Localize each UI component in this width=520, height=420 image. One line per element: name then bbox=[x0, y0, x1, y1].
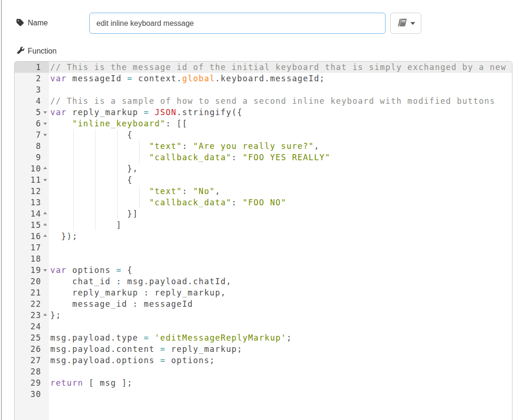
gutter-row: 11 bbox=[15, 174, 49, 186]
code-line[interactable]: return [ msg ]; bbox=[50, 377, 512, 389]
code-line[interactable] bbox=[50, 321, 512, 332]
indent-guides bbox=[52, 298, 73, 310]
code-line[interactable]: var options = { bbox=[50, 264, 512, 276]
code-line[interactable]: { bbox=[50, 174, 512, 186]
code-line[interactable]: message_id : messageId bbox=[50, 298, 512, 310]
indent-guides bbox=[52, 276, 73, 287]
fold-widget[interactable] bbox=[42, 231, 49, 242]
dialog-left-border bbox=[1, 0, 2, 420]
code-line[interactable]: msg.payload.type = 'editMessageReplyMark… bbox=[50, 332, 512, 343]
code-line[interactable]: "text": "Are you really sure?", bbox=[50, 140, 512, 152]
fold-widget-empty bbox=[42, 242, 49, 253]
code-line[interactable]: { bbox=[50, 129, 512, 140]
code-line[interactable] bbox=[50, 366, 512, 377]
code-line[interactable]: "callback_data": "FOO NO" bbox=[50, 197, 512, 208]
gutter-line-number: 20 bbox=[15, 276, 42, 287]
gutter-line-number: 25 bbox=[15, 332, 42, 343]
fold-widget-empty bbox=[42, 253, 49, 264]
gutter-line-number: 30 bbox=[15, 389, 42, 400]
name-input[interactable] bbox=[89, 13, 386, 34]
code-line[interactable]: var messageId = context.global.keyboard.… bbox=[50, 73, 512, 84]
gutter-row: 23 bbox=[15, 310, 49, 321]
gutter-row: 8 bbox=[15, 140, 49, 152]
gutter-row: 16 bbox=[15, 231, 49, 242]
fold-widget[interactable] bbox=[42, 208, 49, 219]
fold-widget[interactable] bbox=[42, 219, 49, 231]
library-button[interactable] bbox=[390, 13, 421, 34]
code-line[interactable]: }; bbox=[50, 310, 512, 321]
wrench-icon bbox=[16, 47, 24, 56]
gutter-line-number: 8 bbox=[15, 140, 42, 152]
tag-icon bbox=[16, 18, 25, 29]
gutter-line-number: 23 bbox=[15, 310, 42, 321]
code-line[interactable] bbox=[50, 389, 512, 400]
gutter-row: 14 bbox=[15, 208, 49, 219]
gutter-row: 4 bbox=[15, 95, 49, 107]
code-line[interactable]: "inline_keyboard": [[ bbox=[50, 118, 512, 129]
gutter-line-number: 27 bbox=[15, 355, 42, 366]
fold-widget-empty bbox=[42, 287, 49, 298]
code-line[interactable]: "text": "No", bbox=[50, 186, 512, 197]
gutter-line-number: 12 bbox=[15, 186, 42, 197]
code-line[interactable]: ] bbox=[50, 219, 512, 231]
fold-widget[interactable] bbox=[42, 107, 49, 118]
code-line[interactable]: reply_markup : reply_markup, bbox=[50, 287, 512, 298]
fold-widget[interactable] bbox=[42, 264, 49, 276]
code-line[interactable]: }); bbox=[50, 231, 512, 242]
gutter-line-number: 22 bbox=[15, 298, 42, 310]
indent-guides bbox=[52, 174, 128, 186]
book-icon bbox=[397, 18, 407, 29]
gutter-row: 13 bbox=[15, 197, 49, 208]
fold-widget[interactable] bbox=[42, 163, 49, 174]
gutter-line-number: 14 bbox=[15, 208, 42, 219]
code-line[interactable]: }, bbox=[50, 163, 512, 174]
code-line[interactable] bbox=[50, 84, 512, 95]
editor-content[interactable]: // This is the message id of the initial… bbox=[49, 62, 512, 420]
gutter-row: 2 bbox=[15, 73, 49, 84]
name-field-label: Name bbox=[28, 19, 48, 27]
gutter-line-number: 9 bbox=[15, 152, 42, 163]
gutter-line-number: 17 bbox=[15, 242, 42, 253]
code-line[interactable]: "callback_data": "FOO YES REALLY" bbox=[50, 152, 512, 163]
fold-widget[interactable] bbox=[42, 118, 49, 129]
fold-widget-empty bbox=[42, 332, 49, 343]
gutter-row: 3 bbox=[15, 84, 49, 95]
gutter-line-number: 24 bbox=[15, 321, 42, 332]
gutter-row: 26 bbox=[15, 343, 49, 355]
code-line[interactable]: // This is the message id of the initial… bbox=[49, 62, 512, 73]
fold-widget-empty bbox=[42, 366, 49, 377]
code-line[interactable] bbox=[50, 253, 512, 264]
code-editor[interactable]: 1234567891011121314151617181920212223242… bbox=[14, 61, 512, 420]
gutter-row: 25 bbox=[15, 332, 49, 343]
code-line[interactable] bbox=[50, 242, 512, 253]
gutter-line-number: 6 bbox=[15, 118, 42, 129]
gutter-row: 1 bbox=[15, 62, 49, 73]
code-line[interactable]: // This is a sample of how to send a sec… bbox=[50, 95, 512, 107]
gutter-row: 27 bbox=[15, 355, 49, 366]
gutter-line-number: 18 bbox=[15, 253, 42, 264]
gutter-line-number: 19 bbox=[15, 264, 42, 276]
editor-gutter: 1234567891011121314151617181920212223242… bbox=[15, 62, 49, 420]
fold-widget[interactable] bbox=[42, 129, 49, 140]
indent-guides bbox=[52, 287, 73, 298]
fold-widget[interactable] bbox=[42, 310, 49, 321]
code-line[interactable]: msg.payload.options = options; bbox=[50, 355, 512, 366]
gutter-row: 12 bbox=[15, 186, 49, 197]
code-line[interactable]: msg.payload.content = reply_markup; bbox=[50, 343, 512, 355]
fold-widget-empty bbox=[42, 276, 49, 287]
gutter-line-number: 28 bbox=[15, 366, 42, 377]
code-line[interactable]: chat_id : msg.payload.chatId, bbox=[50, 276, 512, 287]
function-field-label: Function bbox=[28, 47, 56, 55]
fold-widget-empty bbox=[42, 355, 49, 366]
code-line[interactable]: var reply_markup = JSON.stringify({ bbox=[50, 107, 512, 118]
gutter-row: 22 bbox=[15, 298, 49, 310]
gutter-row: 15 bbox=[15, 219, 49, 231]
function-node-edit-dialog: Name Function 12345678910111213141516171… bbox=[0, 0, 520, 420]
code-line[interactable]: }] bbox=[50, 208, 512, 219]
fold-widget[interactable] bbox=[42, 174, 49, 186]
fold-widget-empty bbox=[42, 152, 49, 163]
gutter-line-number: 13 bbox=[15, 197, 42, 208]
fold-widget-empty bbox=[42, 197, 49, 208]
fold-widget-empty bbox=[42, 62, 49, 73]
indent-guides bbox=[52, 152, 150, 163]
